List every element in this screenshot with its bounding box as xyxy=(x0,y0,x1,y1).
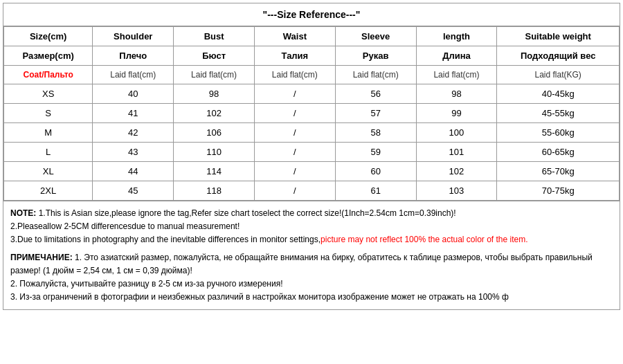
note-ru-2: 2. Пожалуйста, учитывайте разницу в 2-5 … xyxy=(10,279,282,289)
size-reference-container: "---Size Reference---" Size(cm) Shoulder… xyxy=(3,3,620,310)
coat-col-length: Laid flat(cm) xyxy=(416,66,497,84)
coat-col-waist: Laid flat(cm) xyxy=(254,66,335,84)
size-xs: XS xyxy=(4,84,93,104)
size-m: M xyxy=(4,123,93,143)
col-header-sleeve-ru: Рукав xyxy=(335,46,416,66)
size-table: Size(cm) Shoulder Bust Waist Sleeve leng… xyxy=(3,26,620,201)
table-row: 2XL 45 118 / 61 103 70-75kg xyxy=(4,181,620,201)
note-en-block: NOTE: 1.This is Asian size,please ignore… xyxy=(10,207,613,247)
coat-col-sleeve: Laid flat(cm) xyxy=(335,66,416,84)
col-header-size-ru: Размер(cm) xyxy=(4,46,93,66)
size-l: L xyxy=(4,143,93,162)
size-xl: XL xyxy=(4,162,93,181)
table-row: L 43 110 / 59 101 60-65kg xyxy=(4,143,620,162)
table-title: "---Size Reference---" xyxy=(3,3,620,26)
coat-label: Coat/Пальто xyxy=(4,66,93,84)
note-en-3-red: picture may not reflect 100% the actual … xyxy=(320,235,527,244)
table-row: XS 40 98 / 56 98 40-45kg xyxy=(4,84,620,104)
col-header-bust-en: Bust xyxy=(174,27,255,46)
note-ru-label: ПРИМЕЧАНИЕ: xyxy=(10,253,73,262)
col-header-shoulder-en: Shoulder xyxy=(93,27,174,46)
coat-col-weight: Laid flat(KG) xyxy=(497,66,620,84)
note-en-3-before: 3.Due to limitations in photography and … xyxy=(10,235,320,244)
col-header-size-en: Size(cm) xyxy=(4,27,93,46)
size-2xl: 2XL xyxy=(4,181,93,201)
col-header-waist-en: Waist xyxy=(254,27,335,46)
col-header-weight-ru: Подходящий вес xyxy=(497,46,620,66)
note-en-1: 1.This is Asian size,please ignore the t… xyxy=(39,208,456,218)
table-row: M 42 106 / 58 100 55-60kg xyxy=(4,123,620,143)
col-header-length-ru: Длина xyxy=(416,46,497,66)
header-row-ru: Размер(cm) Плечо Бюст Талия Рукав Длина … xyxy=(4,46,620,66)
col-header-shoulder-ru: Плечо xyxy=(93,46,174,66)
notes-section: NOTE: 1.This is Asian size,please ignore… xyxy=(3,201,620,309)
table-row: XL 44 114 / 60 102 65-70kg xyxy=(4,162,620,181)
coat-col-bust: Laid flat(cm) xyxy=(174,66,255,84)
note-ru-3: 3. Из-за ограничений в фотографии и неиз… xyxy=(10,292,509,302)
coat-col-shoulder: Laid flat(cm) xyxy=(93,66,174,84)
col-header-waist-ru: Талия xyxy=(254,46,335,66)
table-row: S 41 102 / 57 99 45-55kg xyxy=(4,104,620,123)
note-ru-1: 1. Это азиатский размер, пожалуйста, не … xyxy=(10,253,593,275)
col-header-bust-ru: Бюст xyxy=(174,46,255,66)
size-s: S xyxy=(4,104,93,123)
note-en-2: 2.Pleaseallow 2-5CM differencesdue to ma… xyxy=(10,221,240,231)
col-header-weight-en: Suitable weight xyxy=(497,27,620,46)
coat-subheader-row: Coat/Пальто Laid flat(cm) Laid flat(cm) … xyxy=(4,66,620,84)
col-header-length-en: length xyxy=(416,27,497,46)
note-en-label: NOTE: xyxy=(10,208,36,218)
header-row-en: Size(cm) Shoulder Bust Waist Sleeve leng… xyxy=(4,27,620,46)
note-ru-block: ПРИМЕЧАНИЕ: 1. Это азиатский размер, пож… xyxy=(10,251,613,304)
col-header-sleeve-en: Sleeve xyxy=(335,27,416,46)
